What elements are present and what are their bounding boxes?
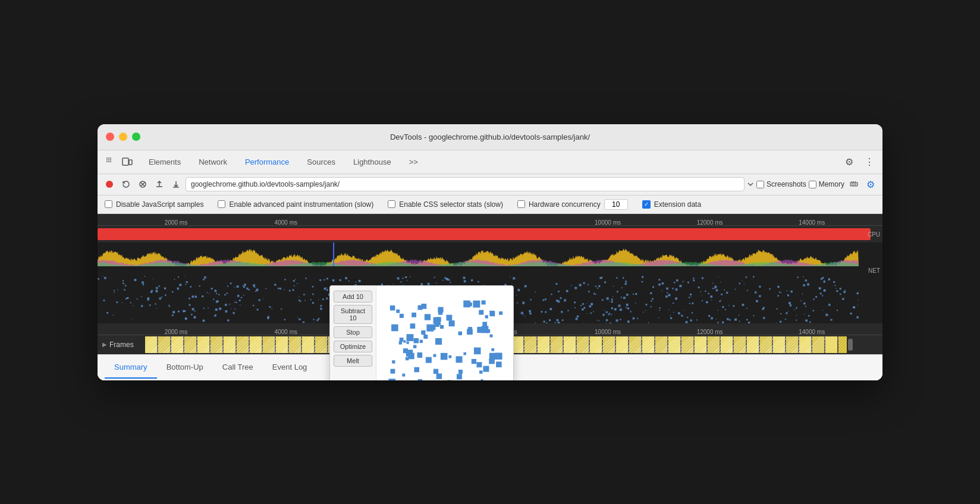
memory-icon[interactable] (847, 177, 861, 191)
titlebar: DevTools - googlechrome.github.io/devtoo… (98, 124, 882, 150)
svg-rect-8 (110, 161, 111, 162)
disable-js-option: Disable JavaScript samples (105, 200, 203, 209)
frames-scrollbar (847, 336, 854, 353)
memory-label[interactable]: Memory (819, 180, 844, 188)
cpu-label: CPU (868, 231, 880, 237)
tab-event-log[interactable]: Event Log (263, 357, 317, 379)
enable-css-label[interactable]: Enable CSS selector stats (slow) (399, 200, 503, 209)
extension-data-checkbox[interactable]: ✓ (642, 200, 651, 209)
svg-rect-5 (110, 159, 111, 160)
enable-paint-label[interactable]: Enable advanced paint instrumentation (s… (229, 200, 373, 209)
maximize-button[interactable] (132, 133, 140, 141)
ruler-label-12000t: 12000 ms (697, 219, 723, 226)
enable-css-checkbox[interactable] (388, 200, 395, 208)
frames-arrow[interactable]: ▶ (102, 341, 107, 348)
hw-concurrency-checkbox[interactable] (517, 200, 525, 208)
settings-button[interactable]: ⚙ (841, 153, 857, 170)
devtools-panel: Elements Network Performance Sources Lig… (98, 150, 882, 380)
disable-js-checkbox[interactable] (105, 200, 112, 208)
tab-summary[interactable]: Summary (105, 357, 157, 379)
hw-concurrency-group: Hardware concurrency (517, 199, 628, 210)
tab-bottom-up[interactable]: Bottom-Up (157, 357, 213, 379)
net-label: NET (868, 267, 880, 274)
window-title: DevTools - googlechrome.github.io/devtoo… (390, 133, 590, 141)
timeline-cursor[interactable] (333, 242, 334, 266)
device-icon[interactable] (119, 153, 136, 170)
download-button[interactable] (169, 177, 183, 191)
svg-rect-4 (108, 159, 109, 160)
toolbar: Screenshots Memory ⚙ (98, 174, 882, 196)
net-label-row: NET (98, 266, 882, 276)
ruler-b-14000: 14000 ms (799, 329, 825, 335)
frames-scrollbar-thumb[interactable] (848, 339, 853, 351)
close-button[interactable] (106, 133, 114, 141)
clear-button[interactable] (136, 177, 150, 191)
ruler-label-2000: 2000 ms (165, 219, 187, 226)
ruler-label-14000t: 14000 ms (799, 219, 825, 226)
disable-js-label[interactable]: Disable JavaScript samples (116, 200, 203, 209)
devtools-window: DevTools - googlechrome.github.io/devtoo… (98, 124, 882, 380)
extension-data-group: ✓ Extension data (642, 200, 701, 209)
timeline-wrapper: 2000 ms 4000 ms 10000 ms 12000 ms 14000 … (98, 214, 882, 354)
svg-point-11 (106, 181, 113, 188)
scatter-canvas (376, 286, 513, 380)
nav-tabs: Elements Network Performance Sources Lig… (140, 154, 841, 170)
enable-paint-option: Enable advanced paint instrumentation (s… (218, 200, 373, 209)
enable-css-option: Enable CSS selector stats (slow) (388, 200, 503, 209)
traffic-lights (106, 133, 140, 141)
ruler-b-4000: 4000 ms (275, 329, 297, 335)
frames-label-area: ▶ Frames (98, 341, 145, 349)
activity-wave-row (98, 242, 882, 266)
hw-concurrency-label[interactable]: Hardware concurrency (529, 200, 601, 209)
hw-concurrency-input[interactable] (604, 199, 628, 210)
tab-performance[interactable]: Performance (237, 154, 297, 170)
url-input[interactable] (186, 177, 745, 191)
tab-call-tree[interactable]: Call Tree (213, 357, 263, 379)
optimize-button[interactable]: Optimize (334, 341, 372, 352)
nav-right: ⚙ ⋮ (841, 153, 878, 170)
options-row: Disable JavaScript samples Enable advanc… (98, 196, 882, 214)
more-button[interactable]: ⋮ (861, 153, 878, 170)
upload-button[interactable] (152, 177, 167, 191)
popup-buttons-panel: Add 10 Subtract 10 Stop Optimize Melt (330, 286, 376, 380)
enable-paint-checkbox[interactable] (218, 200, 225, 208)
svg-rect-7 (108, 161, 109, 162)
tab-elements[interactable]: Elements (140, 154, 189, 170)
perf-settings-button[interactable]: ⚙ (863, 177, 878, 191)
cpu-row: CPU (98, 226, 882, 242)
tab-lighthouse[interactable]: Lighthouse (345, 154, 400, 170)
extension-data-label: Extension data (654, 200, 701, 209)
ruler-label-4000: 4000 ms (275, 219, 297, 226)
record-button[interactable] (102, 177, 117, 191)
svg-rect-6 (106, 161, 108, 162)
add10-button[interactable]: Add 10 (334, 291, 372, 303)
svg-rect-10 (129, 160, 132, 165)
dropdown-arrow (747, 181, 754, 188)
svg-rect-1 (108, 158, 109, 159)
cursor-icon[interactable] (102, 153, 119, 170)
frames-text: Frames (109, 341, 134, 349)
tab-more[interactable]: >> (401, 154, 426, 170)
popup-inner: Add 10 Subtract 10 Stop Optimize Melt (330, 286, 513, 380)
top-nav: Elements Network Performance Sources Lig… (98, 150, 882, 174)
reload-button[interactable] (119, 177, 133, 191)
ruler-b-12000: 12000 ms (697, 329, 723, 335)
svg-rect-0 (106, 158, 108, 159)
popup-overlay: Add 10 Subtract 10 Stop Optimize Melt (329, 285, 514, 380)
screenshots-label[interactable]: Screenshots (767, 180, 806, 188)
ruler-b-2000: 2000 ms (165, 329, 187, 335)
tab-sources[interactable]: Sources (299, 154, 344, 170)
melt-button[interactable]: Melt (334, 355, 372, 367)
tab-network[interactable]: Network (190, 154, 235, 170)
subtract10-button[interactable]: Subtract 10 (334, 305, 372, 324)
svg-rect-3 (106, 159, 108, 160)
memory-checkbox[interactable] (809, 181, 816, 188)
svg-rect-9 (122, 158, 128, 165)
minimize-button[interactable] (119, 133, 127, 141)
ruler-label-10000t: 10000 ms (595, 219, 621, 226)
timeline-ruler-top: 2000 ms 4000 ms 10000 ms 12000 ms 14000 … (98, 214, 882, 226)
stop-button[interactable]: Stop (334, 326, 372, 338)
screenshots-checkbox[interactable] (756, 181, 764, 188)
activity-canvas (98, 242, 859, 266)
ruler-b-10000: 10000 ms (595, 329, 621, 335)
